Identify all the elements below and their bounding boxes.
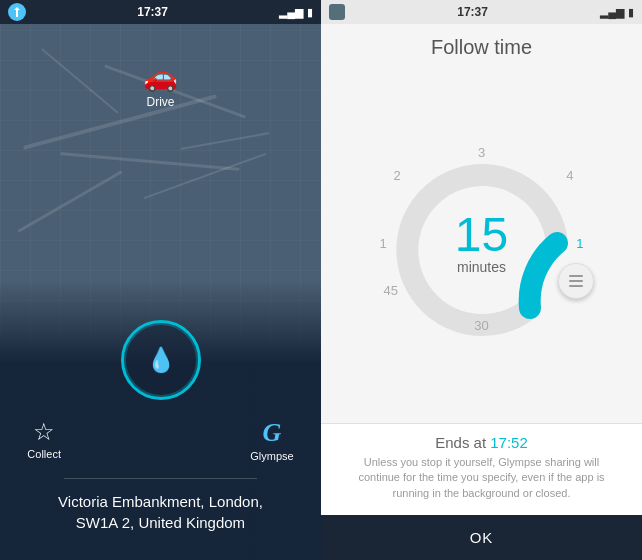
dial-unit: minutes (455, 259, 508, 275)
collect-item[interactable]: ☆ Collect (27, 420, 61, 462)
ends-at-row: Ends at 17:52 (337, 434, 626, 451)
right-panel: 17:37 ▂▄▆ ▮ Follow time 3 2 4 1 1 45 30 … (321, 0, 642, 560)
signal-icon-right: ▂▄▆ (600, 6, 624, 19)
battery-icon-right: ▮ (628, 6, 634, 19)
tick-1-right: 1 (576, 235, 583, 250)
ok-button[interactable]: OK (321, 515, 642, 560)
ends-at-label: Ends at (435, 434, 486, 451)
left-content: 💧 ☆ Collect G Glympse Victoria Embankmen… (0, 280, 321, 560)
status-bar-left: 17:37 ▂▄▆ ▮ (0, 0, 321, 24)
tick-4: 4 (566, 168, 573, 183)
status-icons-right: ▂▄▆ ▮ (600, 6, 634, 19)
ends-at-section: Ends at 17:52 Unless you stop it yoursel… (321, 423, 642, 507)
divider (64, 478, 257, 479)
tick-1-left: 1 (380, 235, 387, 250)
status-time-right: 17:37 (457, 5, 488, 19)
battery-icon: ▮ (307, 6, 313, 19)
glympse-label: Glympse (250, 450, 293, 462)
app-icon-right (329, 4, 345, 20)
star-icon: ☆ (33, 420, 55, 444)
glympse-item[interactable]: G Glympse (250, 420, 293, 462)
address-text: Victoria Embankment, London,SW1A 2, Unit… (42, 491, 279, 533)
handle-line-3 (569, 285, 583, 287)
status-bar-right: 17:37 ▂▄▆ ▮ (321, 0, 642, 24)
dial-wrapper[interactable]: 3 2 4 1 1 45 30 15 15 minutes (372, 133, 592, 353)
center-circle[interactable]: 💧 (121, 320, 201, 400)
panel-title: Follow time (321, 24, 642, 63)
dial-container: 3 2 4 1 1 45 30 15 15 minutes (321, 63, 642, 423)
tick-45: 45 (384, 283, 398, 298)
bottom-icons: ☆ Collect G Glympse (0, 420, 321, 462)
drop-icon: 💧 (146, 346, 176, 374)
handle-line-2 (569, 280, 583, 282)
tick-2: 2 (394, 168, 401, 183)
glympse-icon: G (263, 420, 282, 446)
signal-icon: ▂▄▆ (279, 6, 303, 19)
handle-line-1 (569, 275, 583, 277)
dial-number: 15 (455, 211, 508, 259)
dial-center: 15 minutes (455, 211, 508, 275)
app-icon-left (8, 3, 26, 21)
handle-lines (567, 273, 585, 289)
tick-3: 3 (478, 145, 485, 160)
drive-area: 🚗 Drive (143, 60, 178, 109)
left-panel: 17:37 ▂▄▆ ▮ 🚗 Drive 💧 ☆ Collect G Glymps… (0, 0, 321, 560)
ends-at-time: 17:52 (490, 434, 528, 451)
drag-handle[interactable] (558, 263, 594, 299)
status-icons-left: ▂▄▆ ▮ (279, 6, 313, 19)
ends-at-description: Unless you stop it yourself, Glympse sha… (337, 455, 626, 501)
collect-label: Collect (27, 448, 61, 460)
bottom-section: Ends at 17:52 Unless you stop it yoursel… (321, 423, 642, 560)
car-icon: 🚗 (143, 60, 178, 93)
drive-label[interactable]: Drive (146, 95, 174, 109)
tick-30: 30 (474, 318, 488, 333)
status-time-left: 17:37 (137, 5, 168, 19)
